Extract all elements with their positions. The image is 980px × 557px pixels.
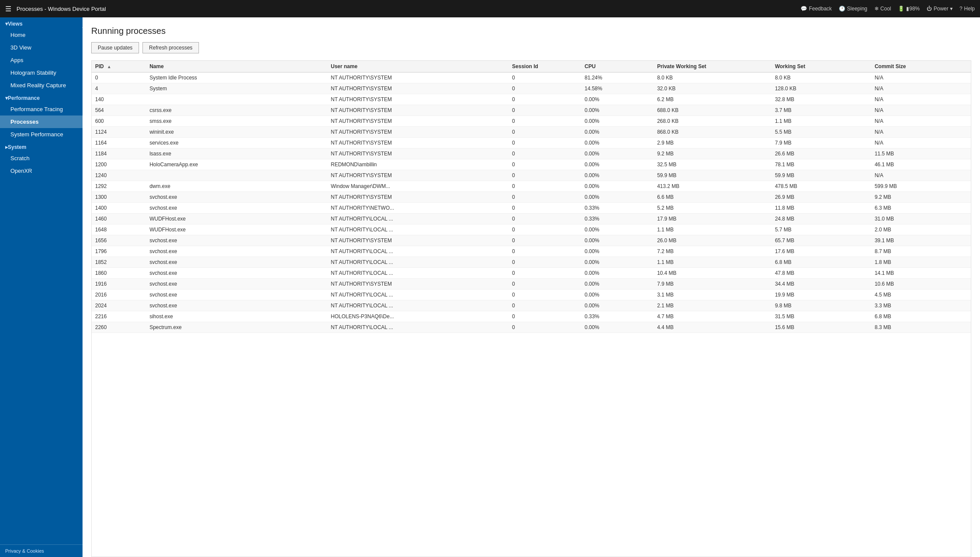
- topbar: ☰ Processes - Windows Device Portal 💬 Fe…: [0, 0, 980, 17]
- table-row[interactable]: 1400svchost.exeNT AUTHORITY\NETWO...00.3…: [92, 203, 971, 214]
- col-header-session[interactable]: Session Id: [509, 61, 581, 73]
- sidebar-section-system[interactable]: ▸System: [0, 141, 83, 152]
- table-row[interactable]: 2016svchost.exeNT AUTHORITY\LOCAL ...00.…: [92, 290, 971, 300]
- sidebar: ◀ ▾Views Home 3D View Apps Hologram Stab…: [0, 17, 83, 557]
- table-row[interactable]: 2024svchost.exeNT AUTHORITY\LOCAL ...00.…: [92, 300, 971, 311]
- cell-name: System: [146, 83, 327, 94]
- cell-working_set: 34.4 MB: [771, 279, 871, 290]
- table-row[interactable]: 1184lsass.exeNT AUTHORITY\SYSTEM00.00%9.…: [92, 148, 971, 159]
- cell-private_working: 2.9 MB: [654, 138, 771, 148]
- cell-working_set: 59.9 MB: [771, 170, 871, 181]
- table-row[interactable]: 2260Spectrum.exeNT AUTHORITY\LOCAL ...00…: [92, 322, 971, 333]
- refresh-processes-button[interactable]: Refresh processes: [142, 42, 199, 53]
- cell-private_working: 10.4 MB: [654, 268, 771, 279]
- menu-icon[interactable]: ☰: [5, 5, 11, 13]
- collapse-sidebar-button[interactable]: ◀: [80, 22, 83, 32]
- table-row[interactable]: 1916svchost.exeNT AUTHORITY\SYSTEM00.00%…: [92, 279, 971, 290]
- feedback-button[interactable]: 💬 Feedback: [801, 6, 832, 12]
- cell-private_working: 5.2 MB: [654, 203, 771, 214]
- table-row[interactable]: 1796svchost.exeNT AUTHORITY\LOCAL ...00.…: [92, 246, 971, 257]
- cell-cpu: 0.00%: [581, 300, 654, 311]
- help-button[interactable]: ? Help: [960, 6, 975, 12]
- sidebar-item-processes[interactable]: Processes: [0, 115, 83, 128]
- cell-username: NT AUTHORITY\LOCAL ...: [328, 257, 509, 268]
- cell-commit_size: 8.7 MB: [871, 246, 971, 257]
- sidebar-item-performance-tracing[interactable]: Performance Tracing: [0, 103, 83, 115]
- table-row[interactable]: 2216sihost.exeHOLOLENS-P3NAQ6\De...00.33…: [92, 311, 971, 322]
- sidebar-item-openxr[interactable]: OpenXR: [0, 165, 83, 177]
- cell-username: NT AUTHORITY\LOCAL ...: [328, 290, 509, 300]
- cell-name: dwm.exe: [146, 181, 327, 192]
- pause-updates-button[interactable]: Pause updates: [91, 42, 139, 53]
- table-row[interactable]: 600smss.exeNT AUTHORITY\SYSTEM00.00%268.…: [92, 116, 971, 127]
- cell-working_set: 32.8 MB: [771, 94, 871, 105]
- col-header-name[interactable]: Name: [146, 61, 327, 73]
- table-row[interactable]: 1200HoloCameraApp.exeREDMOND\ambillin00.…: [92, 159, 971, 170]
- cell-cpu: 14.58%: [581, 83, 654, 94]
- cell-session: 0: [509, 279, 581, 290]
- cell-pid: 1460: [92, 214, 146, 224]
- processes-table-wrapper[interactable]: PID ▲ Name User name Session Id CPU Priv…: [91, 60, 971, 557]
- table-row[interactable]: 1292dwm.exeWindow Manager\DWM...00.00%41…: [92, 181, 971, 192]
- cell-username: REDMOND\ambillin: [328, 159, 509, 170]
- sidebar-section-views[interactable]: ▾Views: [0, 17, 83, 29]
- cell-commit_size: 11.5 MB: [871, 148, 971, 159]
- col-header-working-set[interactable]: Working Set: [771, 61, 871, 73]
- sidebar-item-3dview[interactable]: 3D View: [0, 41, 83, 54]
- sidebar-item-hologram-stability[interactable]: Hologram Stability: [0, 66, 83, 79]
- cell-working_set: 26.9 MB: [771, 192, 871, 203]
- cell-working_set: 26.6 MB: [771, 148, 871, 159]
- cell-pid: 600: [92, 116, 146, 127]
- cool-button[interactable]: ❄ Cool: [874, 6, 891, 12]
- table-row[interactable]: 564csrss.exeNT AUTHORITY\SYSTEM00.00%688…: [92, 105, 971, 116]
- cell-cpu: 0.00%: [581, 181, 654, 192]
- table-row[interactable]: 140NT AUTHORITY\SYSTEM00.00%6.2 MB32.8 M…: [92, 94, 971, 105]
- power-label: Power ▾: [934, 6, 952, 12]
- table-row[interactable]: 1656svchost.exeNT AUTHORITY\SYSTEM00.00%…: [92, 235, 971, 246]
- col-header-username[interactable]: User name: [328, 61, 509, 73]
- sleeping-button[interactable]: 🕐 Sleeping: [839, 6, 867, 12]
- cell-cpu: 0.00%: [581, 224, 654, 235]
- cell-working_set: 15.6 MB: [771, 322, 871, 333]
- sidebar-item-mixed-reality-capture[interactable]: Mixed Reality Capture: [0, 79, 83, 92]
- table-row[interactable]: 1460WUDFHost.exeNT AUTHORITY\LOCAL ...00…: [92, 214, 971, 224]
- table-row[interactable]: 4SystemNT AUTHORITY\SYSTEM014.58%32.0 KB…: [92, 83, 971, 94]
- col-header-pid[interactable]: PID ▲: [92, 61, 146, 73]
- privacy-cookies-link[interactable]: Privacy & Cookies: [0, 544, 83, 557]
- cell-commit_size: 9.2 MB: [871, 192, 971, 203]
- cell-cpu: 0.00%: [581, 159, 654, 170]
- sidebar-item-home[interactable]: Home: [0, 29, 83, 41]
- help-icon: ?: [960, 6, 963, 12]
- cell-name: WUDFHost.exe: [146, 214, 327, 224]
- cell-session: 0: [509, 192, 581, 203]
- cell-pid: 2216: [92, 311, 146, 322]
- cell-cpu: 0.33%: [581, 203, 654, 214]
- cell-session: 0: [509, 159, 581, 170]
- table-row[interactable]: 1860svchost.exeNT AUTHORITY\LOCAL ...00.…: [92, 268, 971, 279]
- sidebar-item-system-performance[interactable]: System Performance: [0, 128, 83, 141]
- table-row[interactable]: 1300svchost.exeNT AUTHORITY\SYSTEM00.00%…: [92, 192, 971, 203]
- sidebar-item-scratch[interactable]: Scratch: [0, 152, 83, 165]
- table-row[interactable]: 1124wininit.exeNT AUTHORITY\SYSTEM00.00%…: [92, 127, 971, 138]
- table-row[interactable]: 1240NT AUTHORITY\SYSTEM00.00%59.9 MB59.9…: [92, 170, 971, 181]
- table-row[interactable]: 1648WUDFHost.exeNT AUTHORITY\LOCAL ...00…: [92, 224, 971, 235]
- table-row[interactable]: 0System Idle ProcessNT AUTHORITY\SYSTEM0…: [92, 73, 971, 83]
- col-header-commit-size[interactable]: Commit Size: [871, 61, 971, 73]
- table-row[interactable]: 1852svchost.exeNT AUTHORITY\LOCAL ...00.…: [92, 257, 971, 268]
- cell-cpu: 0.33%: [581, 311, 654, 322]
- power-button[interactable]: ⏻ Power ▾: [927, 6, 952, 12]
- sidebar-item-apps[interactable]: Apps: [0, 54, 83, 66]
- col-header-private-working[interactable]: Private Working Set: [654, 61, 771, 73]
- col-header-cpu[interactable]: CPU: [581, 61, 654, 73]
- cool-icon: ❄: [874, 6, 879, 12]
- cell-working_set: 24.8 MB: [771, 214, 871, 224]
- cell-cpu: 0.00%: [581, 290, 654, 300]
- sidebar-section-performance[interactable]: ▾Performance: [0, 92, 83, 103]
- cell-commit_size: N/A: [871, 170, 971, 181]
- power-icon: ⏻: [927, 6, 932, 12]
- table-row[interactable]: 1164services.exeNT AUTHORITY\SYSTEM00.00…: [92, 138, 971, 148]
- cell-cpu: 0.00%: [581, 148, 654, 159]
- battery-button[interactable]: 🔋 ▮98%: [898, 6, 920, 12]
- cell-commit_size: 31.0 MB: [871, 214, 971, 224]
- app-title: Processes - Windows Device Portal: [17, 6, 801, 12]
